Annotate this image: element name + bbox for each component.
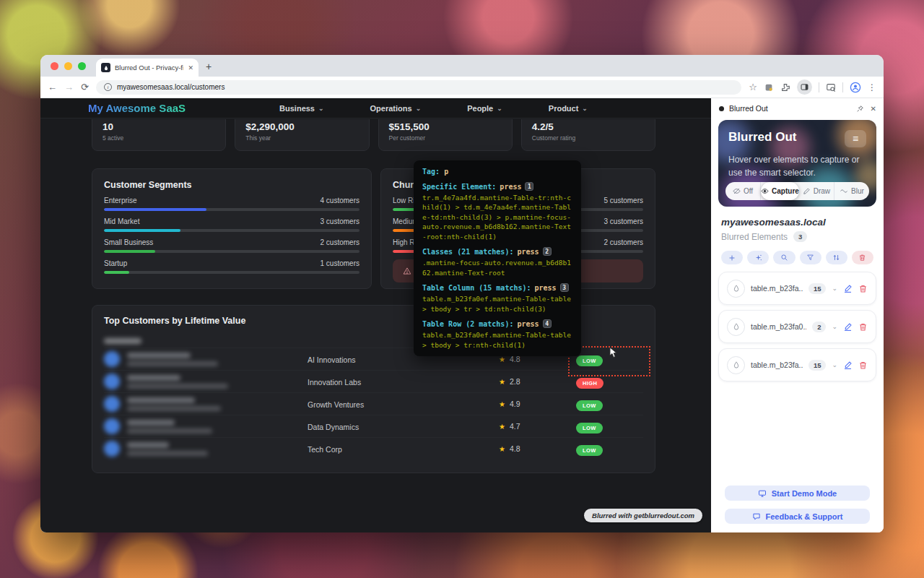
toolbar-icons: ☆ ⋮ (749, 79, 876, 95)
eye-off-icon (733, 187, 741, 195)
blurred-email (127, 406, 221, 411)
blurred-name (127, 397, 195, 403)
url-bar[interactable]: i myawesomesaas.local/customers (96, 80, 741, 95)
tooltip-tag-value: p (444, 168, 448, 176)
profile-avatar-icon[interactable] (850, 82, 861, 93)
extensions-puzzle-icon[interactable] (780, 82, 790, 92)
stat-card-rating: 4.2/5 Customer rating (521, 119, 655, 151)
star-icon: ★ (499, 423, 505, 431)
add-element-button[interactable] (721, 251, 743, 264)
nav-item-business[interactable]: Business⌄ (279, 104, 323, 113)
edit-icon[interactable] (843, 361, 853, 370)
macos-traffic-lights[interactable] (40, 62, 96, 77)
customer-segments-card: Customer Segments Enterprise4 customers … (92, 168, 372, 289)
webpage-main: My Awesome SaaS Business⌄ Operations⌄ Pe… (40, 98, 711, 532)
close-window-button[interactable] (51, 62, 58, 70)
company-cell: Growth Ventures (308, 400, 364, 409)
chevron-down-icon[interactable]: ⌄ (832, 361, 837, 368)
filter-icon (806, 254, 814, 262)
nav-item-operations[interactable]: Operations⌄ (370, 104, 422, 113)
extension-pinned-icon[interactable] (764, 82, 774, 92)
element-selector-name: table.m_b23fa... (751, 361, 803, 369)
blurred-name (127, 375, 180, 381)
blurred-elements-list: table.m_b23fa... 15 ⌄ table.m_b23fa0... … (718, 272, 876, 381)
mode-blur[interactable]: Blur (834, 182, 869, 200)
match-count-badge: 15 (808, 283, 827, 294)
close-icon[interactable]: ✕ (871, 105, 876, 113)
mode-off[interactable]: Off (725, 182, 761, 200)
pin-icon[interactable] (856, 105, 864, 113)
filter-button[interactable] (800, 251, 821, 264)
zoom-window-button[interactable] (78, 62, 86, 70)
droplet-icon (727, 356, 745, 374)
feedback-support-button[interactable]: Feedback & Support (725, 509, 870, 524)
start-demo-mode-button[interactable]: Start Demo Mode (725, 486, 870, 501)
hamburger-menu-button[interactable]: ≡ (845, 130, 866, 147)
mode-draw[interactable]: Draw (799, 182, 834, 200)
company-cell: Tech Corp (308, 445, 342, 454)
blurred-email (127, 451, 208, 456)
table-row[interactable]: Tech Corp ★4.8 LOW (104, 437, 643, 460)
match-count-badge: 2 (812, 322, 826, 332)
forward-button[interactable]: → (64, 82, 74, 92)
tab-strip: Blurred Out - Privacy-first Sc ✕ + (40, 55, 884, 77)
pencil-icon (803, 187, 811, 195)
side-panel-title: Blurred Out (729, 104, 851, 113)
app-navbar: My Awesome SaaS Business⌄ Operations⌄ Pe… (40, 98, 711, 118)
inspect-icon[interactable] (826, 82, 836, 92)
avatar (104, 418, 120, 434)
company-cell: AI Innovations (308, 355, 356, 364)
site-info-icon[interactable]: i (104, 83, 112, 91)
edit-icon[interactable] (843, 284, 853, 293)
tooltip-section-classes: Classes (21 matches):press2 .mantine-foc… (422, 247, 572, 277)
bookmark-icon[interactable]: ☆ (749, 82, 757, 92)
new-tab-button[interactable]: + (206, 61, 212, 72)
side-panel-icon[interactable] (797, 79, 812, 95)
table-row[interactable]: Innovation Labs ★2.8 HIGH (104, 370, 643, 392)
droplet-icon (727, 318, 745, 336)
tab-close-icon[interactable]: ✕ (188, 64, 193, 72)
search-icon (780, 254, 788, 262)
search-button[interactable] (773, 251, 795, 264)
delete-all-button[interactable] (852, 251, 873, 264)
stat-caption: This year (245, 134, 358, 142)
back-button[interactable]: ← (48, 82, 57, 92)
trash-icon[interactable] (858, 322, 868, 332)
tooltip-tag-label: Tag: (422, 168, 440, 176)
edit-icon[interactable] (843, 322, 853, 332)
nav-item-product[interactable]: Product⌄ (549, 104, 588, 113)
extension-dot-icon (719, 106, 724, 111)
mode-capture[interactable]: Capture (761, 182, 799, 200)
nav-item-people[interactable]: People⌄ (467, 104, 502, 113)
segment-row-small-business: Small Business2 customers (104, 238, 359, 253)
avatar (104, 396, 120, 412)
sparkle-icon (754, 254, 762, 262)
elements-count-badge: 3 (793, 231, 807, 242)
current-site-label: myawesomesaas.local (721, 217, 884, 228)
chevron-down-icon[interactable]: ⌄ (832, 285, 837, 292)
trash-icon[interactable] (858, 361, 868, 370)
mode-segmented-control: Off Capture Draw Blur (725, 182, 869, 200)
chevron-down-icon: ⌄ (416, 105, 422, 112)
chevron-down-icon[interactable]: ⌄ (832, 323, 837, 330)
stat-value: 10 (103, 121, 215, 132)
risk-badge: LOW (576, 400, 603, 411)
rating-cell: ★4.9 (499, 400, 576, 408)
blurred-email (127, 384, 228, 389)
app-logo[interactable]: My Awesome SaaS (88, 102, 186, 114)
browser-menu-icon[interactable]: ⋮ (868, 82, 876, 92)
blurred-elements-label: Blurred Elements (721, 232, 788, 242)
browser-tab[interactable]: Blurred Out - Privacy-first Sc ✕ (96, 59, 199, 77)
blurred-header (104, 338, 141, 344)
blurred-element-item[interactable]: table.m_b23fa... 15 ⌄ (718, 348, 876, 381)
reload-button[interactable]: ⟳ (81, 82, 89, 92)
sort-button[interactable] (826, 251, 847, 264)
trash-icon[interactable] (858, 284, 868, 293)
smart-select-button[interactable] (747, 251, 769, 264)
table-row[interactable]: Data Dynamics ★4.7 LOW (104, 415, 643, 437)
table-row[interactable]: Growth Ventures ★4.9 LOW (104, 392, 643, 415)
blurred-element-item[interactable]: table.m_b23fa... 15 ⌄ (718, 272, 876, 305)
blurred-element-item[interactable]: table.m_b23fa0... 2 ⌄ (718, 310, 876, 343)
minimize-window-button[interactable] (64, 62, 72, 70)
extension-hero-card: Blurred Out ≡ Hover over elements to cap… (718, 120, 876, 207)
